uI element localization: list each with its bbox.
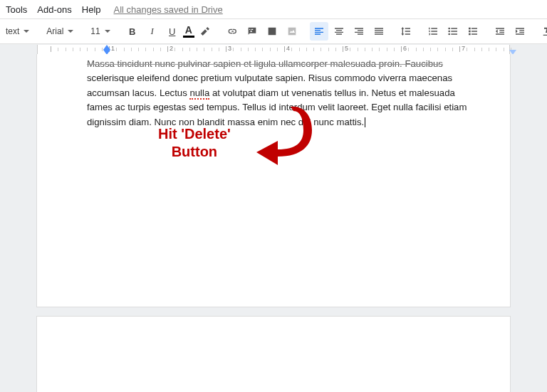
decrease-indent-button[interactable] — [491, 22, 509, 41]
doc-line: Massa tincidunt nunc pulvinar sapien et … — [87, 57, 474, 71]
bold-button[interactable]: B — [123, 22, 142, 41]
bulleted-list-button[interactable] — [444, 22, 462, 41]
link-icon — [226, 26, 238, 37]
annotation: Hit 'Delete' Button — [158, 125, 231, 161]
doc-line: scelerisque eleifend donec pretium vulpu… — [87, 73, 452, 83]
doc-line: diam. Nunc non blandit massa enim nec du… — [129, 117, 365, 127]
align-right-button[interactable] — [350, 22, 368, 41]
toolbar: text Arial 11 B I U A — [0, 18, 547, 44]
ruler[interactable]: 1234567 — [0, 44, 547, 54]
image-button[interactable] — [263, 22, 281, 41]
align-center-icon — [333, 26, 345, 37]
save-status: All changes saved in Drive — [114, 4, 223, 15]
comment-button[interactable] — [243, 22, 261, 41]
font-color-icon: A — [185, 26, 192, 34]
numbered-list-button[interactable] — [424, 22, 442, 41]
clear-formatting-button[interactable] — [538, 22, 547, 41]
align-left-button[interactable] — [310, 22, 328, 41]
image-options-icon — [286, 26, 298, 37]
svg-point-1 — [448, 31, 450, 33]
comment-icon — [246, 26, 258, 37]
decrease-indent-icon — [494, 26, 506, 37]
annotation-text: Hit 'Delete' Button — [158, 125, 231, 161]
checklist-icon — [467, 26, 479, 37]
ruler-number: 3 — [228, 45, 231, 52]
align-justify-button[interactable] — [370, 22, 388, 41]
italic-button[interactable]: I — [143, 22, 162, 41]
align-justify-icon — [373, 26, 385, 37]
menu-addons[interactable]: Add-ons — [37, 4, 71, 15]
menu-tools[interactable]: Tools — [6, 4, 27, 15]
doc-line: accumsan lacus. Lectus — [87, 88, 189, 98]
numbered-list-icon — [427, 26, 439, 37]
image-options-button[interactable] — [283, 22, 301, 41]
font-dropdown[interactable]: Arial — [42, 22, 78, 41]
clear-formatting-icon — [541, 26, 547, 37]
ruler-number: 5 — [345, 45, 348, 52]
highlight-button[interactable] — [196, 22, 214, 41]
link-button[interactable] — [223, 22, 241, 41]
underline-button[interactable]: U — [163, 22, 182, 41]
align-center-button[interactable] — [330, 22, 348, 41]
ruler-number: 6 — [403, 45, 407, 52]
checklist-button[interactable] — [464, 22, 482, 41]
font-size-dropdown[interactable]: 11 — [86, 22, 114, 41]
page-1[interactable]: Massa tincidunt nunc pulvinar sapien et … — [37, 54, 510, 307]
styles-dropdown[interactable]: text — [1, 22, 33, 41]
chevron-down-icon — [68, 30, 73, 33]
image-icon — [266, 26, 278, 37]
line-spacing-icon — [400, 26, 412, 37]
ruler-number: 7 — [462, 45, 465, 52]
text-cursor — [365, 117, 365, 127]
font-label: Arial — [46, 26, 63, 36]
chevron-down-icon — [105, 30, 110, 33]
svg-point-2 — [448, 33, 450, 36]
ruler-number: 2 — [170, 45, 173, 52]
font-color-button[interactable]: A — [183, 22, 194, 41]
line-spacing-button[interactable] — [397, 22, 415, 41]
svg-point-0 — [448, 28, 450, 30]
ruler-number: 1 — [111, 45, 115, 52]
ruler-number: 4 — [286, 45, 290, 52]
document-text[interactable]: Massa tincidunt nunc pulvinar sapien et … — [87, 54, 474, 129]
menu-bar: Tools Add-ons Help All changes saved in … — [0, 0, 547, 18]
align-left-icon — [313, 26, 325, 37]
document-canvas: Massa tincidunt nunc pulvinar sapien et … — [0, 54, 547, 392]
menu-help[interactable]: Help — [82, 4, 101, 15]
styles-label: text — [6, 26, 19, 36]
increase-indent-icon — [514, 26, 526, 37]
increase-indent-button[interactable] — [511, 22, 529, 41]
align-right-icon — [353, 26, 365, 37]
chevron-down-icon — [24, 30, 29, 33]
indent-marker-first-line[interactable] — [103, 45, 110, 50]
spell-error: nulla — [189, 88, 209, 100]
bulleted-list-icon — [447, 26, 459, 37]
font-size-value: 11 — [90, 26, 100, 36]
page-2[interactable] — [37, 317, 510, 392]
highlight-icon — [199, 26, 211, 37]
